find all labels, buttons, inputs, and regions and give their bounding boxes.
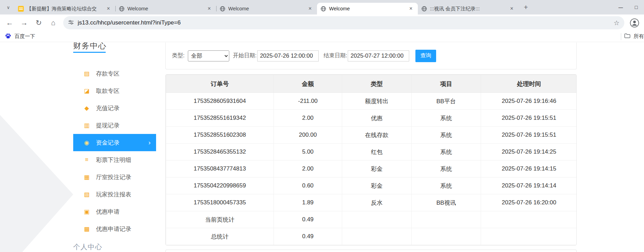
reload-icon[interactable]: ↻ <box>32 16 45 29</box>
tab-strip: ∨ 【新提醒】海燕策略论坛综合交 × Welcome × Welcome × W… <box>0 0 644 14</box>
start-date-input[interactable] <box>257 50 319 61</box>
table-cell <box>342 211 412 228</box>
minimize-icon[interactable]: — <box>613 0 628 14</box>
end-date-input[interactable] <box>348 50 409 61</box>
table-cell: 2.00 <box>274 110 342 127</box>
table-cell: -211.00 <box>274 93 342 110</box>
table-cell: BB视讯 <box>412 194 481 211</box>
table-cell: 系统 <box>412 127 481 144</box>
column-header: 金额 <box>274 75 342 93</box>
table-cell: 1753504220998659 <box>166 177 274 194</box>
table-cell: 1753508437774813 <box>166 161 274 177</box>
forward-icon[interactable]: → <box>18 16 31 29</box>
withdraw-wallet-icon: ◪ <box>83 87 90 95</box>
table-cell: 优惠 <box>342 110 412 127</box>
sidebar: 财务中心 ▤ 存款专区 ◪ 取款专区 ◆ 充值记录 ▥ 提现记录 <box>73 42 156 252</box>
close-icon[interactable]: × <box>508 6 515 12</box>
maximize-icon[interactable]: □ <box>628 0 644 14</box>
address-bar[interactable]: js13.cc/hhcp/usercenter.html?iniType=6 ☆ <box>63 16 624 29</box>
end-date-label: 结束日期: <box>324 52 347 59</box>
table-cell <box>342 228 412 245</box>
table-cell: 2025-07-26 19:14:15 <box>481 161 577 177</box>
all-bookmarks-label[interactable]: 所有 <box>634 33 644 40</box>
sidebar-item-withdraw-records[interactable]: ▥ 提现记录 <box>73 117 156 134</box>
sidebar-item-promo-apply[interactable]: ▣ 优惠申请 <box>73 203 156 220</box>
tab-search-icon[interactable]: ∨ <box>3 2 14 12</box>
lottery-detail-icon: ≡ <box>83 156 90 163</box>
new-tab-icon[interactable]: + <box>521 2 531 12</box>
table-cell: 1.89 <box>274 194 342 211</box>
column-header: 项目 <box>412 75 481 93</box>
table-cell: 5.00 <box>274 144 342 161</box>
browser-window: ∨ 【新提醒】海燕策略论坛综合交 × Welcome × Welcome × W… <box>0 0 644 252</box>
globe-icon <box>320 6 326 12</box>
table-cell: 系统 <box>412 161 481 177</box>
sidebar-item-label: 存款专区 <box>96 70 119 78</box>
table-cell <box>412 211 481 228</box>
table-cell: 2.00 <box>274 161 342 177</box>
sidebar-item-recharge-records[interactable]: ◆ 充值记录 <box>73 99 156 117</box>
close-icon[interactable]: × <box>105 6 112 12</box>
sidebar-item-label: 取款专区 <box>96 87 119 95</box>
sidebar-item-deposit-zone[interactable]: ▤ 存款专区 <box>73 65 156 82</box>
table-cell: 2025-07-26 19:14:14 <box>481 177 577 194</box>
close-icon[interactable]: × <box>206 6 213 12</box>
sidebar-item-label: 优惠申请记录 <box>96 225 131 233</box>
type-select[interactable]: 全部 <box>188 50 229 61</box>
sidebar-item-player-bet-report[interactable]: ▧ 玩家投注报表 <box>73 186 156 203</box>
table-cell: 0.49 <box>274 228 342 245</box>
table-row: 总统计0.49 <box>166 228 577 245</box>
table-cell <box>481 228 577 245</box>
table-cell: 系统 <box>412 144 481 161</box>
folder-icon[interactable] <box>624 33 631 40</box>
deposit-card-icon: ▤ <box>83 70 90 77</box>
tab-welcome-active[interactable]: Welcome × <box>317 3 418 14</box>
recharge-icon: ◆ <box>83 105 90 112</box>
type-label: 类型: <box>172 52 184 59</box>
sidebar-item-withdraw-zone[interactable]: ◪ 取款专区 <box>73 82 156 99</box>
star-icon[interactable]: ☆ <box>614 19 619 27</box>
table-header-row: 订单号金额类型项目处理时间 <box>166 75 577 93</box>
table-row: 17535285516193422.00优惠系统2025-07-26 19:15… <box>166 110 577 127</box>
baidu-favicon <box>5 33 11 40</box>
home-icon[interactable]: ⌂ <box>47 16 60 29</box>
close-icon[interactable]: × <box>307 6 314 12</box>
tab-title: :::视讯 会员下注纪录::: <box>430 6 506 12</box>
tab-forum[interactable]: 【新提醒】海燕策略论坛综合交 × <box>15 3 115 14</box>
globe-icon <box>220 6 225 12</box>
table-cell: 1753528551619342 <box>166 110 274 127</box>
funds-record-icon: ◉ <box>83 139 90 146</box>
table-cell: 反水 <box>342 194 412 211</box>
query-button[interactable]: 查询 <box>415 50 436 62</box>
site-info-icon[interactable] <box>68 19 74 27</box>
funds-records-table: 订单号金额类型项目处理时间 1753528605931604-211.00额度转… <box>165 74 577 245</box>
tab-title: Welcome <box>329 6 405 11</box>
table-row: 17535042209986590.60彩金系统2025-07-26 19:14… <box>166 177 577 194</box>
table-cell: 彩金 <box>342 177 412 194</box>
table-cell <box>481 211 577 228</box>
main-content: 类型: 全部 开始日期: 结束日期: 查询 订单号金额类型项目处理时间 <box>165 42 577 252</box>
profile-icon[interactable] <box>628 16 641 29</box>
sidebar-section-finance: 财务中心 <box>73 42 156 56</box>
table-cell: 总统计 <box>166 228 274 245</box>
sidebar-item-label: 彩票下注明细 <box>96 156 131 164</box>
close-icon[interactable]: × <box>407 6 414 12</box>
sidebar-item-lottery-bet-detail[interactable]: ≡ 彩票下注明细 <box>73 151 156 168</box>
hall-bet-icon: ▦ <box>83 174 90 181</box>
sidebar-item-label: 资金记录 <box>96 139 119 147</box>
sidebar-item-promo-apply-records[interactable]: ▩ 优惠申请记录 <box>73 220 156 238</box>
bookmarks-bar: 百度一下 所有 <box>0 31 644 42</box>
table-cell <box>412 228 481 245</box>
table-row: 1753528605931604-211.00额度转出BB平台2025-07-2… <box>166 93 577 110</box>
url-text[interactable]: js13.cc/hhcp/usercenter.html?iniType=6 <box>78 19 610 26</box>
tab-welcome-1[interactable]: Welcome × <box>115 3 216 14</box>
sidebar-item-label: 充值记录 <box>96 104 119 112</box>
back-icon[interactable]: ← <box>3 16 16 29</box>
tab-welcome-2[interactable]: Welcome × <box>216 3 317 14</box>
table-cell: 2025-07-26 19:16:46 <box>481 93 577 110</box>
tab-video-records[interactable]: :::视讯 会员下注纪录::: × <box>418 3 519 14</box>
sidebar-item-hall-bet-records[interactable]: ▦ 厅室投注记录 <box>73 168 156 186</box>
bookmark-baidu[interactable]: 百度一下 <box>5 33 35 40</box>
sidebar-item-funds-records[interactable]: ◉ 资金记录 › <box>73 134 156 151</box>
tab-title: Welcome <box>127 6 203 11</box>
